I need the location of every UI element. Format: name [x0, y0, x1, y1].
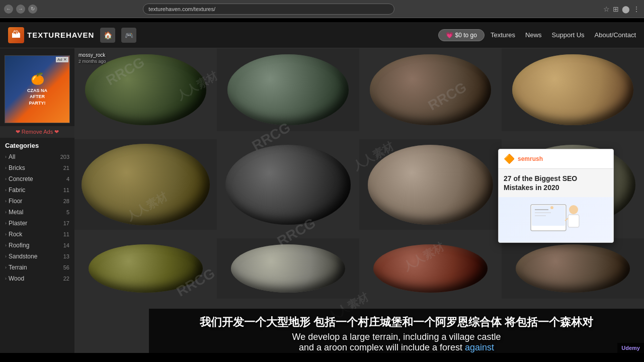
- arrow-icon: ›: [5, 276, 7, 281]
- sidebar-item-roofing[interactable]: › Roofing 14: [0, 240, 74, 251]
- ad-popup-image: [499, 197, 613, 242]
- arrow-icon: ›: [5, 188, 7, 193]
- cat-count: 14: [63, 242, 69, 248]
- arrow-icon: ›: [5, 265, 7, 270]
- cat-count: 56: [63, 264, 69, 270]
- texture-item-2[interactable]: [217, 48, 359, 131]
- texture-item-last[interactable]: [502, 238, 644, 299]
- arrow-icon: ›: [5, 154, 7, 159]
- cat-name: Bricks: [9, 164, 61, 171]
- texture-sphere: [217, 139, 359, 230]
- game-icon-btn[interactable]: 🎮: [121, 28, 136, 43]
- svg-point-5: [569, 205, 578, 214]
- sphere-brown: [373, 244, 487, 293]
- nav-about[interactable]: About/Contact: [595, 31, 636, 39]
- cat-count: 11: [63, 231, 69, 237]
- refresh-button[interactable]: ↻: [28, 5, 37, 14]
- cat-name: All: [9, 153, 58, 160]
- cat-name: Fabric: [9, 187, 61, 194]
- cat-name: Terrain: [9, 264, 61, 271]
- ad-popup: 🔶 semrush 27 of the Biggest SEOMistakes …: [498, 149, 614, 243]
- sidebar-item-all[interactable]: › All 203: [0, 151, 74, 162]
- texture-item-3[interactable]: [359, 48, 502, 131]
- categories-title: Categories: [0, 138, 74, 151]
- back-button[interactable]: ←: [4, 5, 13, 14]
- subtitle-en-part2: and a aroon complex will include a fores…: [299, 342, 494, 352]
- sphere-rock-dark: [225, 145, 351, 224]
- subtitle-highlight: against: [465, 342, 494, 352]
- forward-button[interactable]: →: [16, 5, 25, 14]
- sidebar-item-concrete[interactable]: › Concrete 4: [0, 173, 74, 185]
- texture-item-rock-rough[interactable]: [359, 139, 502, 230]
- sidebar-item-fabric[interactable]: › Fabric 11: [0, 185, 74, 196]
- arrow-icon: ›: [5, 210, 7, 215]
- ad-content: 🍊 CZAS NAAFTERPARTY!: [5, 56, 69, 123]
- nav-news[interactable]: News: [525, 31, 542, 39]
- sidebar-item-plaster[interactable]: › Plaster 17: [0, 218, 74, 229]
- browser-chrome: ← → ↻ texturehaven.com/textures/ ☆ ⊞ ⬤ ⋮: [0, 0, 644, 18]
- texture-item-concrete[interactable]: [217, 238, 359, 299]
- texture-name: mossy_rock: [78, 52, 106, 58]
- top-black-bar: [0, 18, 644, 22]
- texture-item-moss[interactable]: [74, 238, 217, 299]
- texture-item-rock-dark[interactable]: [217, 139, 359, 230]
- subtitle-en: We develop a large terrain, including a …: [159, 332, 634, 353]
- sidebar-item-metal[interactable]: › Metal 5: [0, 207, 74, 218]
- cat-count: 4: [66, 176, 69, 182]
- sidebar-item-sandstone[interactable]: › Sandstone 13: [0, 251, 74, 262]
- extensions-icon[interactable]: ⊞: [613, 5, 619, 13]
- sidebar-item-floor[interactable]: › Floor 28: [0, 196, 74, 207]
- url-text: texturehaven.com/textures/: [148, 6, 215, 12]
- texture-item-boulder[interactable]: [74, 139, 217, 230]
- texture-sphere: [74, 139, 217, 230]
- logo-icon: 🏔: [8, 27, 24, 43]
- cat-count: 21: [63, 165, 69, 171]
- bookmark-icon[interactable]: ☆: [603, 5, 610, 13]
- cat-name: Rock: [9, 231, 61, 238]
- cat-name: Metal: [9, 209, 64, 216]
- sphere-rock-rough: [368, 145, 493, 224]
- sidebar-item-rock[interactable]: › Rock 11: [0, 229, 74, 240]
- cat-name: Wood: [9, 275, 61, 282]
- cat-count: 28: [63, 198, 69, 204]
- ad-label: Ad ✕: [56, 57, 68, 62]
- subtitle-en-part1: We develop a large terrain, including a …: [292, 332, 501, 342]
- cat-count: 22: [63, 276, 69, 282]
- cat-count: 17: [63, 220, 69, 226]
- site-logo[interactable]: 🏔 TEXTUREHAVEN: [8, 27, 94, 43]
- texture-label: mossy_rock 2 months ago: [78, 52, 106, 64]
- cat-name: Plaster: [9, 220, 61, 227]
- nav-textures[interactable]: Textures: [491, 31, 515, 39]
- udemy-bar: Udemy: [617, 343, 644, 353]
- nav-support-us[interactable]: Support Us: [552, 31, 585, 39]
- sidebar: Ad ✕ 🍊 CZAS NAAFTERPARTY! ❤ Remove Ads ❤…: [0, 48, 74, 362]
- cat-name: Concrete: [9, 175, 64, 183]
- blender-icon-btn[interactable]: 🏠: [100, 28, 115, 43]
- texture-sphere: [74, 238, 217, 299]
- texture-time: 2 months ago: [78, 59, 106, 64]
- sidebar-item-terrain[interactable]: › Terrain 56: [0, 262, 74, 273]
- menu-icon[interactable]: ⋮: [633, 5, 640, 13]
- texture-item-mossy-rock[interactable]: mossy_rock 2 months ago: [74, 48, 217, 131]
- cat-name: Floor: [9, 198, 61, 205]
- sidebar-ad: Ad ✕ 🍊 CZAS NAAFTERPARTY!: [5, 55, 70, 123]
- url-bar[interactable]: texturehaven.com/textures/: [143, 4, 394, 15]
- texture-item-wood[interactable]: [502, 48, 644, 131]
- remove-ads-button[interactable]: ❤ Remove Ads ❤: [0, 126, 74, 138]
- profile-icon[interactable]: ⬤: [622, 5, 630, 13]
- texture-sphere: [359, 48, 502, 131]
- cat-count: 203: [60, 154, 69, 160]
- arrow-icon: ›: [5, 232, 7, 237]
- ad-illustration: [521, 200, 591, 240]
- browser-actions: ☆ ⊞ ⬤ ⋮: [603, 5, 640, 13]
- sidebar-item-wood[interactable]: › Wood 22: [0, 273, 74, 284]
- texture-sphere: [502, 238, 644, 299]
- arrow-icon: ›: [5, 254, 7, 259]
- arrow-icon: ›: [5, 221, 7, 226]
- sphere-rock-cliff: [227, 54, 349, 125]
- sidebar-item-bricks[interactable]: › Bricks 21: [0, 162, 74, 173]
- support-btn[interactable]: 💗 $0 to go: [438, 29, 485, 41]
- texture-item-brown[interactable]: [359, 238, 502, 299]
- svg-rect-6: [568, 215, 579, 227]
- svg-point-8: [550, 206, 553, 209]
